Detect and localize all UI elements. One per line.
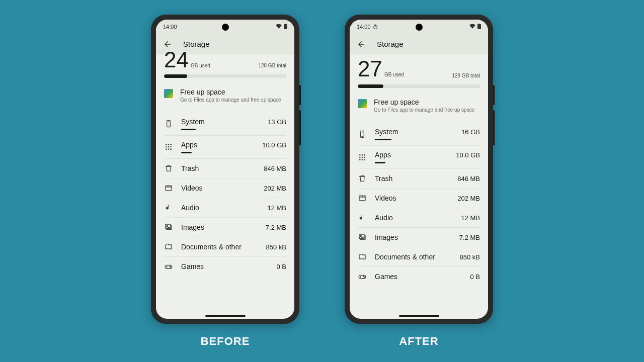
category-trash[interactable]: Trash 846 MB xyxy=(164,159,286,178)
apps-icon xyxy=(358,153,367,162)
svg-point-26 xyxy=(170,266,171,267)
used-number: 27 xyxy=(358,59,382,79)
category-images[interactable]: Images 7.2 MB xyxy=(164,218,286,237)
category-size: 7.2 MB xyxy=(459,234,480,241)
category-name: Trash xyxy=(375,174,392,183)
svg-point-25 xyxy=(170,266,170,266)
system-icon xyxy=(164,119,173,128)
apps-icon xyxy=(164,142,173,151)
category-name: Games xyxy=(181,262,204,270)
category-audio[interactable]: Audio 12 MB xyxy=(164,198,286,218)
nav-handle[interactable] xyxy=(399,315,439,317)
svg-point-43 xyxy=(364,159,365,160)
caption-after: AFTER xyxy=(399,335,438,348)
category-games[interactable]: Games 0 B xyxy=(164,257,286,276)
total-label: 128 GB total xyxy=(452,73,480,78)
progress-fill xyxy=(164,74,187,78)
images-icon xyxy=(164,223,173,232)
battery-icon xyxy=(284,24,287,29)
category-name: Videos xyxy=(181,184,203,192)
category-name: Trash xyxy=(181,164,199,172)
svg-rect-31 xyxy=(478,24,480,25)
category-games[interactable]: Games 0 B xyxy=(358,267,480,286)
svg-rect-0 xyxy=(284,24,287,29)
videos-icon xyxy=(164,184,173,193)
svg-point-12 xyxy=(168,148,170,150)
svg-point-37 xyxy=(364,154,365,156)
svg-point-6 xyxy=(168,144,170,145)
category-trash[interactable]: Trash 846 MB xyxy=(358,169,480,189)
audio-icon xyxy=(164,203,173,212)
category-name: Audio xyxy=(375,214,393,222)
wifi-icon xyxy=(276,24,282,29)
category-docs[interactable]: Documents & other 850 kB xyxy=(164,237,286,257)
category-docs[interactable]: Documents & other 850 kB xyxy=(358,247,480,267)
category-size: 12 MB xyxy=(267,204,286,212)
category-size: 846 MB xyxy=(457,175,480,183)
svg-point-56 xyxy=(364,277,364,278)
svg-point-40 xyxy=(364,156,365,158)
storage-progress xyxy=(164,74,286,78)
used-label: GB used xyxy=(384,72,404,77)
progress-fill xyxy=(358,84,383,88)
total-label: 128 GB total xyxy=(258,63,286,68)
back-icon[interactable] xyxy=(357,40,366,49)
category-list-after: System 16 GB Apps 10.0 GB Trash 846 MB xyxy=(350,123,488,286)
page-title: Storage xyxy=(377,40,404,48)
phone-before: 14:00 Storage 24 GB used 128 GB total xyxy=(151,15,299,324)
free-up-desc: Go to Files app to manage and free up sp… xyxy=(180,97,281,103)
category-name: Videos xyxy=(375,194,396,202)
category-audio[interactable]: Audio 12 MB xyxy=(358,208,480,228)
docs-icon xyxy=(164,242,173,251)
nav-handle[interactable] xyxy=(205,315,246,317)
free-up-space[interactable]: Free up space Go to Files app to manage … xyxy=(164,83,286,108)
category-apps[interactable]: Apps 10.0 GB xyxy=(164,136,286,159)
category-size: 7.2 MB xyxy=(266,224,286,231)
category-videos[interactable]: Videos 202 MB xyxy=(164,178,286,198)
svg-point-9 xyxy=(168,146,170,148)
videos-icon xyxy=(358,194,367,203)
svg-point-13 xyxy=(170,148,172,150)
category-size: 0 B xyxy=(470,273,480,281)
clock: 14:00 xyxy=(357,24,371,30)
category-size: 10.0 GB xyxy=(262,141,286,149)
timer-icon xyxy=(373,24,378,29)
trash-icon xyxy=(164,164,173,173)
category-system[interactable]: System 16 GB xyxy=(358,123,480,146)
trash-icon xyxy=(358,174,367,183)
category-apps[interactable]: Apps 10.0 GB xyxy=(358,146,480,169)
category-images[interactable]: Images 7.2 MB xyxy=(358,228,480,247)
free-up-desc: Go to Files app to manage and free up sp… xyxy=(374,107,475,113)
svg-point-41 xyxy=(359,159,361,160)
app-header: Storage xyxy=(350,34,488,55)
camera-dot xyxy=(416,24,423,31)
clock: 14:00 xyxy=(163,24,177,30)
svg-rect-30 xyxy=(477,24,481,29)
svg-point-38 xyxy=(359,156,361,158)
category-name: System xyxy=(375,128,398,136)
category-name: System xyxy=(181,118,205,126)
svg-point-35 xyxy=(359,154,361,156)
category-name: Games xyxy=(375,273,397,281)
category-size: 846 MB xyxy=(264,165,286,172)
games-icon xyxy=(358,272,367,281)
games-icon xyxy=(164,262,173,271)
svg-rect-29 xyxy=(374,24,376,25)
category-videos[interactable]: Videos 202 MB xyxy=(358,189,480,208)
svg-point-8 xyxy=(166,146,167,148)
free-up-space[interactable]: Free up space Go to Files app to manage … xyxy=(358,93,480,118)
category-name: Images xyxy=(375,233,398,241)
free-up-title: Free up space xyxy=(374,98,475,106)
svg-point-42 xyxy=(362,159,363,160)
category-name: Documents & other xyxy=(181,243,242,251)
battery-icon xyxy=(477,24,481,29)
svg-point-11 xyxy=(166,148,167,150)
camera-dot xyxy=(222,24,229,31)
category-name: Audio xyxy=(181,204,199,212)
files-app-icon xyxy=(164,89,173,98)
docs-icon xyxy=(358,252,367,261)
category-size: 202 MB xyxy=(457,195,480,202)
category-size: 13 GB xyxy=(268,118,286,126)
category-system[interactable]: System 13 GB xyxy=(164,113,286,136)
category-name: Apps xyxy=(181,141,197,149)
